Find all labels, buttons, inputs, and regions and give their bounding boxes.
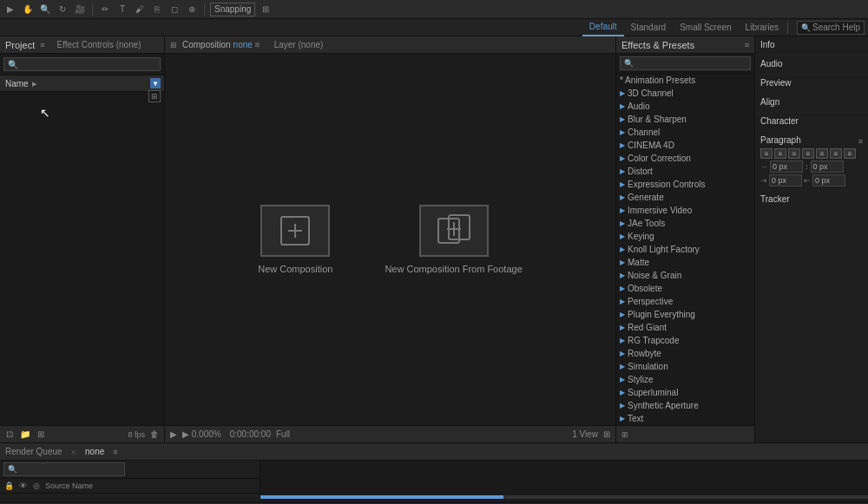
project-search-box[interactable]: 🔍 [3, 57, 161, 71]
folder-icon[interactable]: 📁 [19, 429, 31, 441]
timeline-progress-bar[interactable] [260, 495, 868, 499]
align-center-btn[interactable]: ≡ [774, 148, 786, 159]
category-rowbyte[interactable]: ▶ Rowbyte [616, 347, 754, 360]
justify-all-btn[interactable]: ≡ [844, 148, 856, 159]
footage-icon[interactable]: ⊡ [3, 429, 16, 441]
tab-standard[interactable]: Standard [624, 19, 674, 36]
effects-menu[interactable]: ≡ [745, 41, 749, 49]
hand-tool-icon[interactable]: ✋ [21, 3, 35, 16]
eye-icon[interactable]: 👁 [17, 481, 28, 491]
new-comp-footage-button[interactable]: New Composition From Footage [385, 205, 522, 274]
category-matte[interactable]: ▶ Matte [616, 256, 754, 269]
timeline-search[interactable]: 🔍 [3, 462, 125, 476]
justify-btn[interactable]: ≡ [802, 148, 814, 159]
tab-default[interactable]: Default [582, 19, 624, 36]
align-left-btn[interactable]: ≡ [760, 148, 773, 159]
right-side-icons: ⊞ [148, 90, 161, 102]
category-color-correction[interactable]: ▶ Color Correction [616, 152, 754, 165]
category-audio[interactable]: ▶ Audio [616, 100, 754, 113]
category-obsolete[interactable]: ▶ Obsolete [616, 282, 754, 295]
lock-icon[interactable]: 🔒 [3, 481, 14, 491]
category-stylize[interactable]: ▶ Stylize [616, 373, 754, 386]
zoom-tool-icon[interactable]: 🔍 [38, 3, 52, 16]
category-channel[interactable]: ▶ Channel [616, 126, 754, 139]
paragraph-menu[interactable]: ≡ [858, 137, 863, 146]
indent-left-field[interactable]: 0 px [770, 160, 803, 173]
category-plugin-everything[interactable]: ▶ Plugin Everything [616, 308, 754, 321]
delete-icon[interactable]: 🗑 [148, 429, 161, 441]
category-cinema4d[interactable]: ▶ CINEMA 4D [616, 139, 754, 152]
category-superluminal[interactable]: ▶ Superluminal [616, 386, 754, 399]
effects-bottom-icon: ⊞ [621, 430, 628, 439]
category-perspective[interactable]: ▶ Perspective [616, 295, 754, 308]
info-label: Info [760, 40, 863, 49]
category-rg-trapcode[interactable]: ▶ RG Trapcode [616, 334, 754, 347]
search-icon: 🔍 [801, 23, 811, 32]
character-section: Character [755, 113, 868, 132]
pen-tool-icon[interactable]: ✏ [98, 3, 112, 16]
effects-content: 🔍 * Animation Presets ▶ 3D Channel ▶ Aud… [616, 54, 754, 425]
search-help-area[interactable]: 🔍 Search Help [797, 21, 865, 35]
justify-last-center-btn[interactable]: ≡ [830, 148, 842, 159]
indent-right-field[interactable]: 0 px [811, 160, 844, 173]
category-distort[interactable]: ▶ Distort [616, 165, 754, 178]
project-header: Project ≡ Effect Controls (none) [0, 36, 164, 54]
playback-icon[interactable]: ▶ [170, 429, 177, 439]
category-animation-presets[interactable]: * Animation Presets [616, 74, 754, 87]
tab-libraries[interactable]: Libraries [739, 19, 786, 36]
category-keying[interactable]: ▶ Keying [616, 230, 754, 243]
audio-section: Audio [755, 56, 868, 75]
audio-label: Audio [760, 59, 863, 69]
effects-title: Effects & Presets [621, 40, 694, 50]
category-generate[interactable]: ▶ Generate [616, 191, 754, 204]
comp-icon[interactable]: ⊞ [35, 429, 47, 441]
panel-menu-btn[interactable]: ≡ [40, 41, 44, 49]
category-red-giant[interactable]: ▶ Red Giant [616, 321, 754, 334]
timeline-search-row: 🔍 [0, 461, 260, 479]
select-tool-icon[interactable]: ▶ [3, 3, 17, 16]
category-noise[interactable]: ▶ Noise & Grain [616, 269, 754, 282]
snapping-icon[interactable]: ⊞ [259, 3, 273, 16]
category-jae-tools[interactable]: ▶ JAe Tools [616, 217, 754, 230]
category-knoll[interactable]: ▶ Knoll Light Factory [616, 243, 754, 256]
puppet-tool-icon[interactable]: ⊕ [185, 3, 199, 16]
category-immersive[interactable]: ▶ Immersive Video [616, 204, 754, 217]
tab-small-screen[interactable]: Small Screen [673, 19, 738, 36]
left-panel: Project ≡ Effect Controls (none) 🔍 Name … [0, 36, 165, 442]
category-simulation[interactable]: ▶ Simulation [616, 360, 754, 373]
justify-last-left-btn[interactable]: ≡ [816, 148, 828, 159]
camera-tool-icon[interactable]: 🎥 [73, 3, 87, 16]
info-section: Info [755, 36, 868, 56]
brush-tool-icon[interactable]: 🖌 [133, 3, 147, 16]
timeline-menu[interactable]: ≡ [113, 448, 117, 456]
category-text[interactable]: ▶ Text [616, 412, 754, 425]
layer-label: Layer (none) [274, 40, 324, 49]
effects-panel: Effects & Presets ≡ 🔍 * Animation Preset… [616, 36, 755, 442]
top-toolbar: ▶ ✋ 🔍 ↻ 🎥 ✏ T 🖌 ⎘ ◻ ⊕ Snapping ⊞ [0, 0, 868, 19]
effect-controls-title: Effect Controls (none) [57, 40, 141, 49]
align-right-btn[interactable]: ≡ [788, 148, 800, 159]
clone-tool-icon[interactable]: ⎘ [150, 3, 164, 16]
icon-grid[interactable]: ⊞ [148, 90, 161, 102]
category-synthetic-aperture[interactable]: ▶ Synthetic Aperture [616, 399, 754, 412]
rotate-tool-icon[interactable]: ↻ [56, 3, 69, 16]
category-blur-sharpen[interactable]: ▶ Blur & Sharpen [616, 113, 754, 126]
new-comp-button[interactable]: New Composition [258, 205, 332, 274]
text-tool-icon[interactable]: T [115, 3, 129, 16]
category-3d-channel[interactable]: ▶ 3D Channel [616, 87, 754, 100]
sep-workspace [787, 22, 788, 34]
render-queue-tab[interactable]: Render Queue [5, 447, 62, 456]
solo-icon[interactable]: ◎ [31, 481, 42, 491]
effects-search-input[interactable]: 🔍 [620, 56, 751, 70]
comp-menu[interactable]: ≡ [255, 40, 260, 49]
project-name-bar: Name ▸ ▼ [0, 75, 164, 92]
space-after-field[interactable]: 0 px [812, 174, 845, 187]
zoom-display: ▶ 0.000% [182, 429, 221, 439]
view-layout-icon[interactable]: ⊞ [603, 429, 610, 439]
none-tab[interactable]: none [85, 447, 104, 456]
comp-bottom-bar: ▶ ▶ 0.000% 0:00:00:00 Full 1 View ⊞ [165, 425, 615, 442]
name-dropdown[interactable]: ▼ [150, 78, 161, 88]
category-expression[interactable]: ▶ Expression Controls [616, 178, 754, 191]
eraser-tool-icon[interactable]: ◻ [168, 3, 181, 16]
space-before-field[interactable]: 0 px [769, 174, 802, 187]
